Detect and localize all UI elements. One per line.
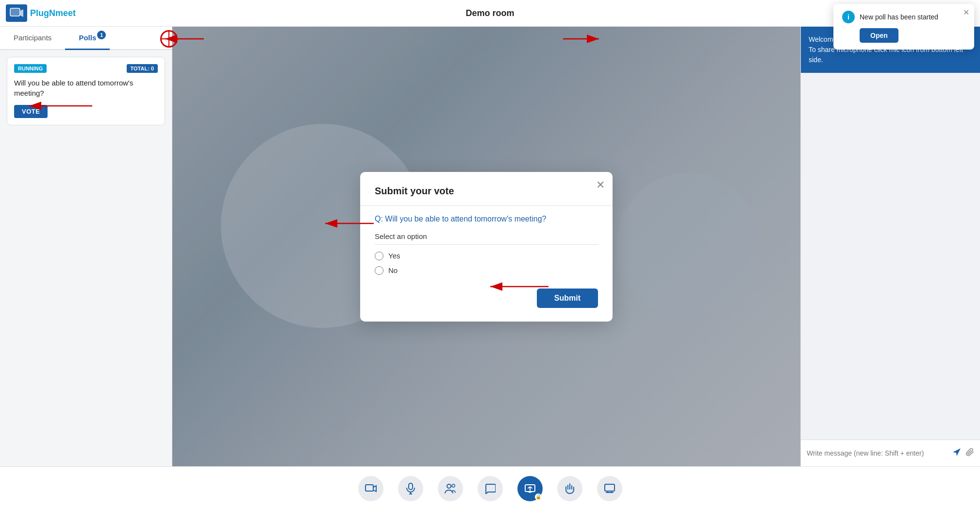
modal-footer: Submit <box>375 289 598 308</box>
notification-open-button[interactable]: Open <box>860 28 898 43</box>
bottom-toolbar: 🔒 <box>0 466 980 510</box>
notification-icon: i <box>842 11 855 23</box>
lock-icon: 🔒 <box>535 493 542 500</box>
option-yes[interactable]: Yes <box>375 252 598 260</box>
notification-popup: ✕ i New poll has been started Open <box>833 4 974 50</box>
poll-question: Will you be able to attend tomorrow's me… <box>14 78 158 98</box>
camera-button[interactable] <box>358 476 383 501</box>
modal-close-button[interactable]: ✕ <box>596 179 605 191</box>
poll-card-header: RUNNING TOTAL: 0 <box>14 64 158 73</box>
logo-text: PlugNmeet <box>30 8 76 18</box>
notification-close-button[interactable]: ✕ <box>963 8 969 17</box>
svg-rect-9 <box>605 484 615 491</box>
modal-select-label: Select an option <box>375 232 598 240</box>
logo: PlugNmeet <box>6 4 76 22</box>
room-title: Demo room <box>465 8 514 18</box>
right-panel: Welcome to plugNmeet!To share microphone… <box>800 27 980 466</box>
modal-divider <box>360 205 613 206</box>
share-screen-button[interactable]: 🔒 <box>517 476 543 501</box>
modal-options-divider <box>375 244 598 245</box>
chat-send-button[interactable] <box>952 447 962 459</box>
chat-input[interactable] <box>807 449 948 457</box>
notification-header: i New poll has been started <box>842 11 965 23</box>
total-badge: TOTAL: 0 <box>127 64 158 73</box>
running-badge: RUNNING <box>14 64 47 73</box>
radio-yes[interactable] <box>375 252 383 260</box>
chat-attachment-button[interactable] <box>965 448 974 459</box>
modal-question: Q: Will you be able to attend tomorrow's… <box>375 215 598 223</box>
notification-text: New poll has been started <box>860 13 938 21</box>
option-no[interactable]: No <box>375 266 598 275</box>
tabs-bar: Participants Polls 1 <box>0 27 172 50</box>
vote-modal: ✕ Submit your vote Q: Will you be able t… <box>360 172 613 322</box>
chat-toolbar-button[interactable] <box>478 476 503 501</box>
svg-point-6 <box>447 484 451 488</box>
submit-button[interactable]: Submit <box>537 289 598 308</box>
label-no: No <box>388 266 398 274</box>
svg-point-7 <box>452 484 455 487</box>
modal-overlay: ✕ Submit your vote Q: Will you be able t… <box>172 27 800 466</box>
polls-badge: 1 <box>97 31 106 39</box>
poll-card: RUNNING TOTAL: 0 Will you be able to att… <box>7 57 165 125</box>
participants-toolbar-button[interactable] <box>438 476 463 501</box>
svg-marker-1 <box>20 9 23 17</box>
svg-rect-3 <box>409 483 413 490</box>
logo-icon <box>6 4 27 22</box>
chat-messages <box>801 73 980 466</box>
vote-button[interactable]: VOTE <box>14 105 48 118</box>
svg-rect-2 <box>365 485 373 491</box>
left-panel: Participants Polls 1 RUNNING TOTAL: 0 Wi… <box>0 27 172 466</box>
label-yes: Yes <box>388 252 400 260</box>
microphone-button[interactable] <box>398 476 423 501</box>
modal-title: Submit your vote <box>375 186 598 197</box>
chat-input-area <box>801 440 980 466</box>
tab-polls[interactable]: Polls 1 <box>65 27 110 50</box>
svg-rect-0 <box>10 8 20 16</box>
tab-participants[interactable]: Participants <box>0 27 65 50</box>
raise-hand-button[interactable] <box>557 476 582 501</box>
whiteboard-button[interactable] <box>597 476 622 501</box>
radio-no[interactable] <box>375 266 383 275</box>
